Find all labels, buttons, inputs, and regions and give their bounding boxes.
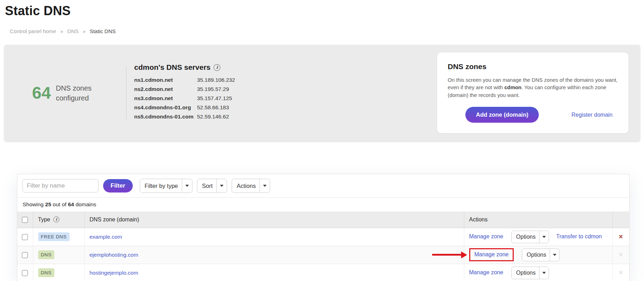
table-row: DNS hostingejemplo.com Manage zone Optio… [17,264,629,281]
summary-text: out of [51,201,68,207]
row-type-cell: FREE DNS [33,228,84,246]
info-icon[interactable]: i [53,216,59,222]
delete-icon-disabled: × [619,269,623,276]
actions-dropdown[interactable]: Actions [232,179,270,193]
select-all-checkbox[interactable] [22,217,28,223]
manage-zone-link[interactable]: Manage zone [475,251,509,257]
dns-summary-banner: 64 DNS zones configured cdmon's DNS serv… [4,45,640,141]
row-checkbox[interactable] [22,234,28,240]
dns-servers-title-text: cdmon's DNS servers [134,63,210,72]
info-icon[interactable]: i [214,64,220,71]
annotation-arrow [432,251,467,258]
register-domain-link[interactable]: Register domain [571,112,613,118]
nameserver-ip: 35.189.106.232 [197,77,235,83]
zone-header-cell: DNS zone (domain) [84,212,464,228]
dns-servers-title: cdmon's DNS servers i [134,63,235,72]
dns-zones-card-actions: Add zone (domain) Register domain [465,107,618,123]
type-header-cell: Type i [33,212,84,228]
table-header-row: Type i DNS zone (domain) Actions [17,212,629,228]
delete-header-cell [612,212,629,228]
dns-zones-card-description: On this screen you can manage the DNS zo… [448,77,618,99]
table-toolbar: Filter Filter by type Sort Actions [17,174,629,197]
row-delete-cell: × [612,264,629,281]
delete-icon-disabled: × [619,251,623,258]
annotation-highlight-box: Manage zone [469,248,514,261]
row-domain-cell: example.com [84,228,464,246]
options-dropdown[interactable]: Options [511,231,549,243]
domain-link[interactable]: ejemplohosting.com [90,252,138,258]
row-actions-cell: Manage zone Options [464,264,612,281]
chevron-down-icon [542,236,546,238]
options-dropdown[interactable]: Options [522,249,560,261]
type-header-label: Type [38,216,50,223]
row-delete-cell: × [612,246,629,264]
nameserver-host: ns1.cdmon.net [134,77,197,83]
row-delete-cell: × [612,228,629,246]
row-select-cell [17,264,33,281]
chevron-down-icon [220,185,223,187]
row-domain-cell: hostingejemplo.com [84,264,464,281]
add-zone-button[interactable]: Add zone (domain) [465,107,539,123]
row-domain-cell: ejemplohosting.com [84,246,464,264]
options-label: Options [512,234,539,240]
nameserver-host: ns4.cdmondns-01.org [134,104,197,111]
domain-link[interactable]: example.com [90,234,122,240]
manage-zone-link[interactable]: Manage zone [469,233,503,239]
row-checkbox[interactable] [22,252,28,258]
description-brand: cdmon [504,85,521,90]
breadcrumb-separator: » [83,29,85,34]
summary-text: Showing [23,201,45,207]
filter-button[interactable]: Filter [103,179,133,193]
domains-table-card: Filter Filter by type Sort Actions Showi… [17,174,630,281]
manage-zone-link[interactable]: Manage zone [469,269,503,275]
sort-dropdown[interactable]: Sort [197,179,227,193]
zones-count: 64 [32,85,51,102]
breadcrumb-dns-link[interactable]: DNS [67,28,79,34]
summary-shown-count: 25 [45,201,51,207]
dropdown-caret-box [550,249,559,261]
type-badge: DNS [38,268,54,277]
row-checkbox[interactable] [22,270,28,276]
nameserver-ip: 52.59.146.62 [197,114,229,120]
breadcrumb-home-link[interactable]: Control panel home [10,28,56,34]
options-label: Options [522,252,550,258]
filter-by-type-dropdown[interactable]: Filter by type [140,179,192,193]
dropdown-caret-box [539,231,549,243]
domains-table: Type i DNS zone (domain) Actions FREE DN… [17,212,629,281]
row-type-cell: DNS [33,264,84,281]
breadcrumb-current: Static DNS [90,28,115,34]
dropdown-caret-box [216,179,227,193]
breadcrumb: Control panel home » DNS » Static DNS [10,28,644,34]
nameserver-ip: 52.58.66.183 [197,104,229,111]
page-header: Static DNS Control panel home » DNS » St… [0,0,644,34]
options-label: Options [512,270,539,276]
select-all-header-cell [17,212,33,228]
summary-text: domains [74,201,96,207]
dropdown-caret-box [182,179,192,193]
summary-total-count: 64 [68,201,74,207]
table-row: DNS ejemplohosting.com Manage zone Optio… [17,246,629,264]
actions-header-cell: Actions [464,212,612,228]
actions-label: Actions [232,183,260,189]
chevron-down-icon [553,254,556,256]
arrow-head-icon [461,251,467,258]
dns-servers-block: cdmon's DNS servers i ns1.cdmon.net 35.1… [126,63,235,123]
transfer-to-cdmon-link[interactable]: Transfer to cdmon [556,233,602,239]
filter-by-name-input[interactable] [22,179,99,193]
nameserver-ip: 35.157.47.125 [197,95,232,102]
sort-label: Sort [197,183,216,189]
delete-icon[interactable]: × [619,233,623,240]
chevron-down-icon [185,185,189,187]
dns-zones-card-title: DNS zones [448,62,618,71]
chevron-down-icon [263,185,267,187]
nameserver-row: ns2.cdmon.net 35.195.57.29 [134,86,235,92]
page-title: Static DNS [5,4,644,18]
options-dropdown[interactable]: Options [511,267,549,279]
filter-by-type-label: Filter by type [140,183,182,189]
nameserver-row: ns5.cdmondns-01.com 52.59.146.62 [134,114,235,120]
row-select-cell [17,246,33,264]
results-summary: Showing 25 out of 64 domains [17,197,629,212]
domain-link[interactable]: hostingejemplo.com [90,270,138,276]
type-badge: DNS [38,250,54,259]
nameserver-host: ns2.cdmon.net [134,86,197,92]
